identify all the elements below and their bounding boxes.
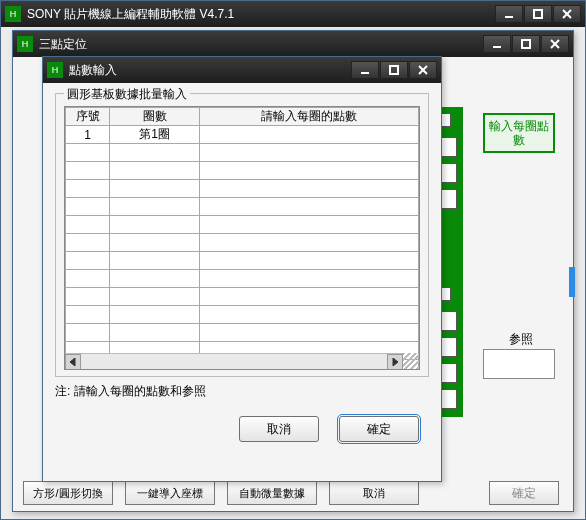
maximize-button[interactable]	[524, 5, 552, 23]
table-row[interactable]	[66, 162, 419, 180]
table-row[interactable]	[66, 144, 419, 162]
cell-count[interactable]	[200, 162, 419, 180]
cell-count[interactable]	[200, 144, 419, 162]
cell-ring	[110, 198, 200, 216]
points-dialog: H 點數輸入 圓形基板數據批量輸入 序號 圈數 請輸入每圈的點數	[42, 56, 442, 482]
svg-rect-5	[522, 40, 530, 48]
cell-count[interactable]	[200, 324, 419, 342]
table-header-row: 序號 圈數 請輸入每圈的點數	[66, 108, 419, 126]
cell-ring	[110, 234, 200, 252]
cell-seq	[66, 306, 110, 324]
cell-ring	[110, 216, 200, 234]
cell-ring	[110, 180, 200, 198]
table-row[interactable]	[66, 216, 419, 234]
app-icon: H	[47, 62, 63, 78]
main-title: SONY 貼片機線上編程輔助軟體 V4.7.1	[27, 6, 495, 23]
table-row[interactable]	[66, 270, 419, 288]
table-body: 1第1圈	[66, 126, 419, 371]
cell-ring	[110, 144, 200, 162]
table-row[interactable]	[66, 180, 419, 198]
cell-seq	[66, 270, 110, 288]
cell-seq	[66, 288, 110, 306]
dialog-cancel-button[interactable]: 取消	[239, 416, 319, 442]
per-ring-points-button[interactable]: 輸入每圈點數	[483, 113, 555, 153]
import-coords-button[interactable]: 一鍵導入座標	[125, 481, 215, 505]
cell-seq	[66, 198, 110, 216]
note-text: 注: 請輸入每圈的點數和参照	[55, 383, 429, 400]
cell-ring	[110, 324, 200, 342]
cell-seq: 1	[66, 126, 110, 144]
cell-count[interactable]	[200, 234, 419, 252]
maximize-button[interactable]	[512, 35, 540, 53]
cell-count[interactable]	[200, 306, 419, 324]
size-grip-icon	[403, 353, 419, 369]
blue-accent	[569, 267, 575, 297]
locate-bottom-buttons: 方形/圓形切換 一鍵導入座標 自動微量數據 取消	[23, 481, 419, 505]
minimize-button[interactable]	[351, 61, 379, 79]
close-button[interactable]	[553, 5, 581, 23]
col-seq: 序號	[66, 108, 110, 126]
cell-ring	[110, 288, 200, 306]
shape-toggle-button[interactable]: 方形/圓形切換	[23, 481, 113, 505]
col-ring: 圈數	[110, 108, 200, 126]
dialog-titlebar[interactable]: H 點數輸入	[43, 57, 441, 83]
table-row[interactable]	[66, 324, 419, 342]
reference-field[interactable]	[483, 349, 555, 379]
cell-ring	[110, 306, 200, 324]
cell-count[interactable]	[200, 180, 419, 198]
close-button[interactable]	[409, 61, 437, 79]
table-row[interactable]: 1第1圈	[66, 126, 419, 144]
auto-data-button[interactable]: 自動微量數據	[227, 481, 317, 505]
group-title: 圓形基板數據批量輸入	[64, 86, 190, 103]
table-row[interactable]	[66, 252, 419, 270]
cell-count[interactable]	[200, 198, 419, 216]
cell-count[interactable]	[200, 252, 419, 270]
cell-seq	[66, 234, 110, 252]
maximize-button[interactable]	[380, 61, 408, 79]
cancel-button[interactable]: 取消	[329, 481, 419, 505]
cell-seq	[66, 144, 110, 162]
cell-ring: 第1圈	[110, 126, 200, 144]
svg-marker-12	[70, 358, 75, 366]
svg-rect-9	[390, 66, 398, 74]
close-button[interactable]	[541, 35, 569, 53]
svg-marker-13	[393, 358, 398, 366]
scroll-left-button[interactable]	[65, 354, 81, 370]
minimize-button[interactable]	[495, 5, 523, 23]
table-row[interactable]	[66, 306, 419, 324]
cell-seq	[66, 252, 110, 270]
cell-count[interactable]	[200, 288, 419, 306]
ok-button[interactable]: 確定	[489, 481, 559, 505]
app-icon: H	[5, 6, 21, 22]
points-table: 序號 圈數 請輸入每圈的點數 1第1圈	[64, 106, 420, 370]
cell-count[interactable]	[200, 216, 419, 234]
scroll-right-button[interactable]	[387, 354, 403, 370]
cell-count[interactable]	[200, 270, 419, 288]
col-count: 請輸入每圈的點數	[200, 108, 419, 126]
app-icon: H	[17, 36, 33, 52]
locate-title: 三點定位	[39, 36, 483, 53]
table-row[interactable]	[66, 198, 419, 216]
dialog-ok-button[interactable]: 確定	[339, 416, 419, 442]
cell-count[interactable]	[200, 126, 419, 144]
minimize-button[interactable]	[483, 35, 511, 53]
locate-titlebar[interactable]: H 三點定位	[13, 31, 573, 57]
table-row[interactable]	[66, 288, 419, 306]
cell-seq	[66, 180, 110, 198]
main-titlebar[interactable]: H SONY 貼片機線上編程輔助軟體 V4.7.1	[1, 1, 585, 27]
cell-seq	[66, 162, 110, 180]
svg-rect-1	[534, 10, 542, 18]
group-box: 圓形基板數據批量輸入 序號 圈數 請輸入每圈的點數 1第1圈	[55, 93, 429, 377]
cell-ring	[110, 162, 200, 180]
cell-seq	[66, 216, 110, 234]
horizontal-scrollbar[interactable]	[65, 353, 403, 369]
cell-seq	[66, 324, 110, 342]
cell-ring	[110, 252, 200, 270]
cell-ring	[110, 270, 200, 288]
table-row[interactable]	[66, 234, 419, 252]
reference-label: 参照	[509, 331, 533, 348]
dialog-title: 點數輸入	[69, 62, 351, 79]
